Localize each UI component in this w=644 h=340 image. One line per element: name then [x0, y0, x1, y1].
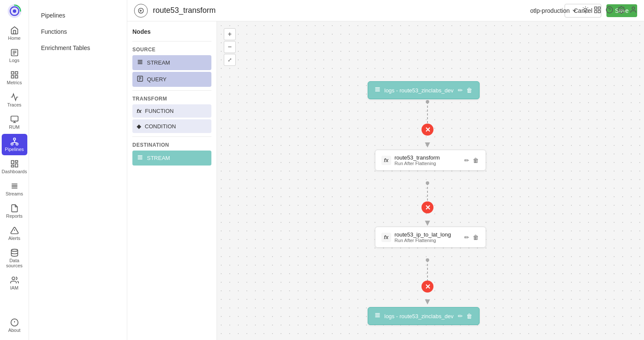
source-delete-btn[interactable]: 🗑 — [465, 86, 473, 95]
sidebar-item-datasources[interactable]: Data sources — [2, 245, 27, 272]
sidebar-item-pipelines[interactable]: Pipelines — [2, 134, 27, 155]
sidebar-item-reports[interactable]: Reports — [2, 201, 27, 222]
func1-sublabel: Run After Flattening — [395, 161, 460, 166]
canvas-area[interactable]: + − ⤢ — [217, 21, 644, 340]
source-node[interactable]: logs - route53_zinclabs_dev ✏ 🗑 — [368, 81, 480, 99]
svg-rect-43 — [598, 7, 600, 9]
svg-rect-7 — [11, 72, 14, 74]
sidebar-item-home[interactable]: Home — [2, 23, 27, 44]
svg-point-60 — [426, 100, 429, 103]
dest-delete-btn[interactable]: 🗑 — [465, 312, 473, 320]
sidebar-item-traces[interactable]: Traces — [2, 89, 27, 111]
dest-node[interactable]: logs - route53_zinclabs_dev ✏ 🗑 — [368, 307, 480, 325]
theme-toggle[interactable] — [582, 6, 589, 15]
svg-line-41 — [588, 7, 588, 8]
stream-source-label: STREAM — [147, 59, 170, 66]
sidebar-item-logs-label: Logs — [9, 58, 20, 63]
svg-point-48 — [621, 9, 623, 11]
page-title: route53_transform — [153, 6, 559, 15]
sidebar-item-traces-label: Traces — [7, 102, 21, 107]
stream-dest-icon — [137, 154, 143, 162]
grid-icon[interactable] — [594, 6, 601, 15]
svg-marker-57 — [425, 221, 430, 226]
connector-svg — [217, 21, 644, 340]
sidebar-item-iam-label: IAM — [10, 285, 19, 290]
query-source-icon — [137, 75, 143, 83]
function-label: FUNCTION — [145, 108, 174, 114]
sidebar-nav: Home Logs Metrics Traces RUM Pipelines D… — [0, 0, 29, 340]
sidebar-item-dashboards-label: Dashboards — [2, 169, 27, 174]
zoom-in-btn[interactable]: + — [224, 28, 236, 40]
dest-edit-btn[interactable]: ✏ — [457, 312, 464, 320]
org-name: otlp-production — [530, 7, 570, 14]
query-source-label: QUERY — [147, 76, 167, 83]
canvas-controls: + − ⤢ — [224, 28, 236, 66]
dest-node-icon — [374, 312, 381, 320]
func2-label: route53_ip_to_lat_long — [395, 231, 460, 238]
sidebar-item-dashboards[interactable]: Dashboards — [2, 156, 27, 177]
back-button[interactable] — [134, 4, 148, 18]
svg-point-16 — [11, 143, 13, 145]
svg-rect-20 — [11, 161, 14, 164]
svg-point-33 — [584, 8, 587, 12]
func1-node-actions: ✏ 🗑 — [463, 156, 480, 165]
settings-icon[interactable] — [618, 6, 625, 15]
sidebar-item-about[interactable]: About — [2, 315, 27, 336]
query-source-btn[interactable]: QUERY — [132, 72, 211, 87]
sidebar-item-logs[interactable]: Logs — [2, 45, 27, 66]
sidebar-item-reports-label: Reports — [6, 213, 23, 219]
stream-dest-label: STREAM — [147, 155, 170, 161]
svg-marker-55 — [425, 142, 430, 148]
svg-line-36 — [583, 7, 583, 8]
logo[interactable] — [7, 3, 22, 19]
menu-item-functions[interactable]: Functions — [32, 24, 123, 39]
function-btn[interactable]: fx FUNCTION — [132, 104, 211, 118]
stream-source-icon — [137, 59, 143, 67]
fit-btn[interactable]: ⤢ — [224, 54, 236, 66]
transform-section-label: Transform — [132, 96, 211, 102]
delete-circle-1[interactable]: ✕ — [422, 124, 433, 136]
org-selector[interactable]: otlp-production — [530, 7, 577, 14]
menu-item-pipelines[interactable]: Pipelines — [32, 8, 123, 23]
func2-sublabel: Run After Flattening — [395, 238, 460, 243]
sidebar-item-rum[interactable]: RUM — [2, 112, 27, 133]
source-node-icon — [374, 86, 381, 95]
stream-source-btn[interactable]: STREAM — [132, 55, 211, 70]
delete-circle-2[interactable]: ✕ — [422, 201, 433, 213]
func2-delete-btn[interactable]: 🗑 — [472, 233, 480, 242]
func2-icon: fx — [381, 233, 391, 242]
svg-line-40 — [583, 12, 583, 12]
svg-point-2 — [13, 9, 16, 13]
svg-point-62 — [426, 258, 429, 262]
svg-marker-59 — [425, 299, 430, 305]
delete-circle-3[interactable]: ✕ — [422, 281, 433, 293]
svg-rect-8 — [15, 72, 18, 74]
function-icon: fx — [137, 108, 142, 114]
help-icon[interactable] — [606, 6, 613, 15]
svg-point-14 — [13, 138, 15, 140]
sidebar-item-datasources-label: Data sources — [3, 258, 26, 268]
func2-edit-btn[interactable]: ✏ — [463, 233, 470, 242]
zoom-out-btn[interactable]: − — [224, 41, 236, 53]
svg-point-26 — [11, 249, 18, 251]
sidebar-item-alerts[interactable]: Alerts — [2, 223, 27, 244]
stream-dest-btn[interactable]: STREAM — [132, 151, 211, 166]
sidebar-item-iam[interactable]: IAM — [2, 272, 27, 294]
func2-node[interactable]: fx route53_ip_to_lat_long Run After Flat… — [375, 227, 486, 248]
main-content: route53_transform Cancel Save otlp-produ… — [127, 0, 644, 340]
user-avatar[interactable] — [629, 6, 637, 15]
condition-label: CONDITION — [145, 123, 176, 130]
func1-delete-btn[interactable]: 🗑 — [472, 156, 480, 165]
pipeline-editor: Nodes Source STREAM QUERY Transform fx F… — [127, 21, 644, 340]
func1-node[interactable]: fx route53_transform Run After Flattenin… — [375, 150, 486, 171]
menu-item-enrichment-tables[interactable]: Enrichment Tables — [32, 40, 123, 56]
sidebar-item-rum-label: RUM — [9, 124, 20, 130]
source-edit-btn[interactable]: ✏ — [457, 86, 464, 95]
svg-point-27 — [12, 277, 15, 280]
func1-label: route53_transform — [395, 154, 460, 161]
svg-rect-44 — [594, 11, 597, 13]
sidebar-item-metrics[interactable]: Metrics — [2, 67, 27, 89]
sidebar-item-streams[interactable]: Streams — [2, 178, 27, 200]
func1-edit-btn[interactable]: ✏ — [463, 156, 470, 165]
condition-btn[interactable]: ◆ CONDITION — [132, 119, 211, 133]
